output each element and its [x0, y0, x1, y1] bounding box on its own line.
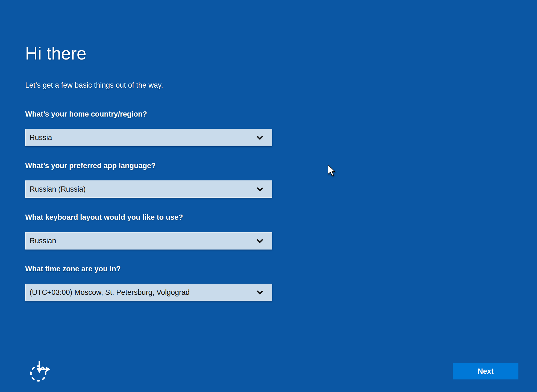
chevron-down-icon: [256, 290, 263, 295]
field-country: What’s your home country/region? Russia: [25, 110, 272, 146]
field-language: What’s your preferred app language? Russ…: [25, 161, 272, 198]
country-select[interactable]: Russia: [25, 129, 272, 146]
next-button[interactable]: Next: [453, 363, 518, 379]
field-timezone: What time zone are you in? (UTC+03:00) M…: [25, 265, 272, 301]
timezone-select-value: (UTC+03:00) Moscow, St. Petersburg, Volg…: [26, 288, 190, 297]
timezone-label: What time zone are you in?: [25, 265, 272, 273]
chevron-down-icon: [256, 239, 263, 243]
chevron-down-icon: [256, 135, 263, 140]
oobe-setup-screen: Hi there Let’s get a few basic things ou…: [0, 0, 537, 392]
country-select-value: Russia: [26, 133, 52, 142]
chevron-down-icon: [256, 187, 263, 191]
field-keyboard: What keyboard layout would you like to u…: [25, 213, 272, 250]
language-select[interactable]: Russian (Russia): [25, 180, 272, 198]
keyboard-select[interactable]: Russian: [25, 232, 272, 250]
keyboard-label: What keyboard layout would you like to u…: [25, 213, 272, 222]
setup-form: Hi there Let’s get a few basic things ou…: [25, 0, 272, 301]
timezone-select[interactable]: (UTC+03:00) Moscow, St. Petersburg, Volg…: [25, 284, 272, 301]
language-label: What’s your preferred app language?: [25, 161, 272, 170]
keyboard-select-value: Russian: [26, 237, 56, 245]
country-label: What’s your home country/region?: [25, 110, 272, 118]
ease-of-access-icon: [29, 379, 51, 384]
page-subtitle: Let’s get a few basic things out of the …: [25, 81, 272, 90]
mouse-cursor-icon: [328, 164, 335, 177]
language-select-value: Russian (Russia): [26, 185, 86, 194]
page-title: Hi there: [25, 45, 272, 62]
ease-of-access-button[interactable]: [29, 361, 51, 383]
